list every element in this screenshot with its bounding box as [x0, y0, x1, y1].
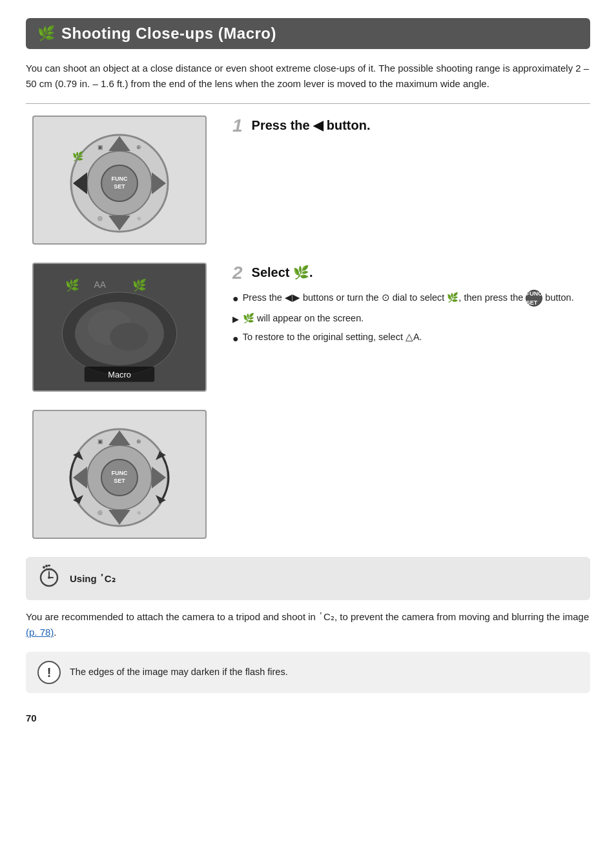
note-body-text: You are recommended to attach the camera… — [26, 609, 590, 640]
svg-text:AA: AA — [94, 280, 107, 290]
step-2-title-text: Select 🌿. — [252, 264, 313, 281]
func-set-button-inline: FUNCSET — [526, 290, 542, 307]
step-2-bullet-3: ● To restore to the original setting, se… — [232, 330, 590, 347]
step-2-bullet-1-text: Press the ◀▶ buttons or turn the ⊙ dial … — [243, 290, 574, 307]
step-2-bullet-2-text: 🌿 will appear on the screen. — [243, 311, 364, 326]
svg-point-48 — [45, 565, 48, 567]
svg-text:◎: ◎ — [98, 509, 103, 516]
warning-exclamation: ! — [47, 665, 52, 680]
timer-svg — [37, 565, 61, 588]
svg-text:▣: ▣ — [98, 144, 103, 150]
step-2-bullet-1: ● Press the ◀▶ buttons or turn the ⊙ dia… — [232, 290, 590, 307]
step-2-title: 2 Select 🌿. — [232, 263, 590, 282]
page-number: 70 — [26, 712, 590, 723]
svg-text:⊕: ⊕ — [136, 438, 141, 445]
svg-point-18 — [110, 323, 148, 350]
step-2-number: 2 — [232, 264, 243, 282]
svg-text:SET: SET — [114, 183, 125, 190]
step-2-bullets: ● Press the ◀▶ buttons or turn the ⊙ dia… — [232, 290, 590, 347]
svg-text:◎: ◎ — [98, 215, 103, 221]
tip-text: The edges of the image may darken if the… — [70, 661, 288, 680]
step-1-content: 1 Press the ◀ button. — [226, 116, 590, 143]
svg-text:🌿: 🌿 — [132, 278, 147, 292]
svg-text:FUNC: FUNC — [112, 176, 128, 182]
tip-box: ! The edges of the image may darken if t… — [26, 652, 590, 693]
svg-text:☼: ☼ — [136, 215, 141, 221]
page-title: Shooting Close-ups (Macro) — [61, 25, 276, 43]
svg-point-49 — [48, 565, 50, 567]
svg-text:Macro: Macro — [108, 370, 131, 379]
timer-icon — [37, 565, 61, 592]
bullet-arrow-2: ▶ — [232, 313, 239, 327]
step-1-camera-svg: FUNC SET 🌿 ▣ ⊕ ◎ ☼ — [55, 122, 184, 238]
step-3-row: FUNC SET — [26, 398, 590, 545]
step-2-content: 2 Select 🌿. ● Press the ◀▶ buttons or tu… — [226, 263, 590, 351]
page-header: 🌿 Shooting Close-ups (Macro) — [26, 18, 590, 49]
step-2-image-col: 🌿 AA 🌿 Macro — [26, 263, 226, 392]
svg-text:⊕: ⊕ — [136, 144, 141, 150]
svg-text:🌿: 🌿 — [65, 278, 80, 292]
step-2-bullet-3-text: To restore to the original setting, sele… — [243, 330, 422, 345]
step-3-camera-svg: FUNC SET — [55, 416, 184, 532]
step-2-food-svg: 🌿 AA 🌿 Macro — [34, 263, 205, 392]
svg-text:▣: ▣ — [98, 438, 103, 445]
svg-text:☼: ☼ — [136, 509, 141, 516]
header-icon: 🌿 — [37, 25, 55, 42]
step-3-image-col: FUNC SET — [26, 410, 226, 539]
note-content: Using ᾿C₂ — [70, 573, 116, 585]
steps-area: FUNC SET 🌿 ▣ ⊕ ◎ ☼ — [26, 104, 590, 545]
step-1-image-col: FUNC SET 🌿 ▣ ⊕ ◎ ☼ — [26, 116, 226, 245]
note-title: Using ᾿C₂ — [70, 573, 116, 585]
step-1-title: 1 Press the ◀ button. — [232, 116, 590, 135]
intro-text: You can shoot an object at a close dista… — [26, 61, 590, 92]
step-1-row: FUNC SET 🌿 ▣ ⊕ ◎ ☼ — [26, 104, 590, 251]
step-3-camera-diagram: FUNC SET — [32, 410, 207, 539]
step-1-camera-diagram: FUNC SET 🌿 ▣ ⊕ ◎ ☼ — [32, 116, 207, 245]
svg-text:SET: SET — [114, 478, 125, 484]
note-link[interactable]: (p. 78) — [26, 627, 54, 638]
step-2-row: 🌿 AA 🌿 Macro 2 Select 🌿. ● Press the ◀▶ — [26, 251, 590, 398]
svg-text:FUNC: FUNC — [112, 470, 128, 476]
step-2-bullet-2: ▶ 🌿 will appear on the screen. — [232, 311, 590, 327]
step-1-title-text: Press the ◀ button. — [252, 117, 371, 134]
bullet-dot-3: ● — [232, 330, 239, 347]
step-2-food-image: 🌿 AA 🌿 Macro — [32, 263, 207, 392]
svg-point-47 — [43, 566, 45, 569]
note-box: Using ᾿C₂ — [26, 557, 590, 600]
step-1-number: 1 — [232, 117, 243, 135]
warning-icon: ! — [37, 661, 61, 684]
svg-text:🌿: 🌿 — [72, 151, 84, 162]
bullet-dot-1: ● — [232, 290, 239, 307]
